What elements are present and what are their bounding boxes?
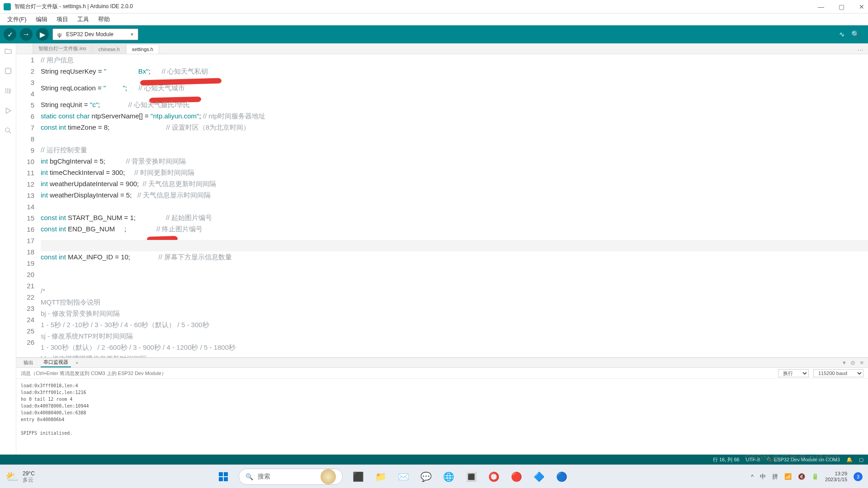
- search-placeholder: 搜索: [258, 473, 270, 481]
- window-minimize-button[interactable]: —: [818, 3, 824, 10]
- line-gutter: 1234567891011121314151617181920212223242…: [16, 54, 41, 357]
- search-icon: 🔍: [245, 473, 253, 480]
- weather-icon: ⛅: [5, 474, 19, 480]
- tabs-more-button[interactable]: ⋯: [857, 47, 863, 54]
- folder-icon[interactable]: [3, 46, 13, 56]
- dell-icon[interactable]: ⭕: [487, 470, 501, 483]
- weather-cond: 多云: [23, 477, 35, 483]
- output-clear-icon[interactable]: ⊘: [850, 359, 855, 366]
- encoding: UTF-8: [746, 457, 760, 462]
- ime-lang[interactable]: 中: [760, 473, 766, 481]
- serial-monitor-icon[interactable]: 🔍: [851, 30, 860, 38]
- board-selector[interactable]: ψ ESP32 Dev Module ▾: [52, 28, 138, 40]
- output-settings-icon[interactable]: ≡: [860, 359, 863, 366]
- volume-icon[interactable]: 🔇: [798, 473, 805, 480]
- tab-chinese-h[interactable]: chinese.h: [93, 44, 126, 54]
- svg-rect-5: [219, 477, 223, 481]
- window-title: 智能台灯一文件版 - settings.h | Arduino IDE 2.0.…: [14, 3, 818, 10]
- debug-icon[interactable]: [3, 106, 13, 116]
- arduino-icon: [4, 3, 11, 10]
- menu-edit[interactable]: 编辑: [31, 14, 52, 24]
- app-icon-2[interactable]: 🔷: [533, 470, 546, 483]
- svg-rect-0: [5, 68, 11, 74]
- board-port: 🔌 ESP32 Dev Module on COM3: [766, 457, 840, 463]
- svg-rect-6: [224, 477, 228, 481]
- menu-bar: 文件(F) 编辑 项目 工具 帮助: [0, 14, 868, 25]
- chevron-down-icon: ▾: [131, 31, 133, 38]
- chrome-icon[interactable]: 🔴: [510, 470, 524, 483]
- window-maximize-button[interactable]: ▢: [839, 3, 844, 10]
- svg-marker-1: [6, 108, 11, 113]
- wifi-icon[interactable]: 📶: [784, 473, 792, 480]
- taskbar-search[interactable]: 🔍 搜索: [239, 469, 343, 485]
- status-bar: 行 16, 列 66 UTF-8 🔌 ESP32 Dev Module on C…: [0, 455, 868, 465]
- weather-temp: 29°C: [23, 470, 35, 477]
- windows-taskbar: ⛅ 29°C 多云 🔍 搜索 ⬛ 📁 ✉️ 💬 🌐 🔳 ⭕ 🔴 🔷 🔵 ^ 中 …: [0, 465, 868, 488]
- start-button[interactable]: [217, 470, 230, 483]
- arduino-app-icon[interactable]: 🔵: [555, 470, 569, 483]
- cursor-position: 行 16, 列 66: [713, 456, 740, 463]
- tray-chevron-icon[interactable]: ^: [751, 473, 754, 480]
- editor-tabs: 智能台灯一文件版.ino chinese.h settings.h ⋯: [16, 43, 868, 54]
- tab-main-ino[interactable]: 智能台灯一文件版.ino: [33, 43, 92, 54]
- tab-settings-h[interactable]: settings.h: [126, 44, 159, 54]
- menu-help[interactable]: 帮助: [94, 14, 114, 24]
- boards-manager-icon[interactable]: [3, 66, 13, 76]
- close-tab-icon[interactable]: ×: [75, 360, 78, 366]
- serial-plotter-icon[interactable]: ∿: [839, 30, 845, 38]
- taskview-icon[interactable]: ⬛: [352, 470, 365, 483]
- output-panel: 输出 串口监视器 × ▾ ⊘ ≡ 换行 115200 baud load:0x3…: [16, 357, 868, 455]
- search-icon[interactable]: [3, 126, 13, 136]
- code-editor[interactable]: 1234567891011121314151617181920212223242…: [16, 54, 868, 357]
- weather-widget[interactable]: ⛅ 29°C 多云: [5, 470, 35, 483]
- app-icon-1[interactable]: 🔳: [465, 470, 478, 483]
- board-name: ESP32 Dev Module: [66, 31, 113, 38]
- search-highlight-icon: [321, 469, 336, 484]
- menu-sketch[interactable]: 项目: [52, 14, 73, 24]
- explorer-icon[interactable]: 📁: [374, 470, 388, 483]
- verify-button[interactable]: ✓: [4, 28, 16, 41]
- output-toggle-icon[interactable]: ▾: [843, 359, 846, 366]
- mail-icon[interactable]: ✉️: [397, 470, 410, 483]
- menu-tools[interactable]: 工具: [73, 14, 94, 24]
- upload-button[interactable]: →: [20, 28, 33, 41]
- notification-count[interactable]: 3: [854, 472, 863, 481]
- code-area[interactable]: // 用户信息String reqUserKey = " Bx"; // 心知天…: [41, 54, 868, 357]
- serial-output: load:0x3fff0018,len:4 load:0x3fff001c,le…: [16, 379, 868, 455]
- system-tray: ^ 中 拼 📶 🔇 🔋 13:29 2023/1/15 3: [751, 471, 863, 483]
- left-sidebar: [0, 43, 16, 455]
- taskbar-clock[interactable]: 13:29 2023/1/15: [825, 471, 847, 483]
- ime-mode[interactable]: 拼: [772, 473, 778, 481]
- edge-icon[interactable]: 🌐: [442, 470, 456, 483]
- close-panel-icon[interactable]: ▢: [859, 457, 863, 463]
- toolbar: ✓ → ▶ ψ ESP32 Dev Module ▾ ∿ 🔍: [0, 25, 868, 43]
- baud-rate-select[interactable]: 115200 baud: [813, 369, 863, 377]
- line-ending-select[interactable]: 换行: [778, 369, 809, 377]
- serial-message-input[interactable]: [21, 371, 774, 376]
- serial-monitor-tab[interactable]: 串口监视器: [41, 358, 71, 367]
- window-close-button[interactable]: ✕: [859, 3, 864, 10]
- wechat-icon[interactable]: 💬: [420, 470, 433, 483]
- svg-rect-4: [224, 472, 228, 476]
- window-titlebar: 智能台灯一文件版 - settings.h | Arduino IDE 2.0.…: [0, 0, 868, 14]
- output-tab[interactable]: 输出: [21, 358, 36, 367]
- svg-rect-3: [219, 472, 223, 476]
- notifications-icon[interactable]: 🔔: [846, 457, 853, 463]
- battery-icon[interactable]: 🔋: [811, 473, 819, 480]
- debug-button[interactable]: ▶: [36, 28, 49, 41]
- usb-icon: ψ: [57, 31, 61, 38]
- library-manager-icon[interactable]: [3, 86, 13, 96]
- svg-point-2: [5, 128, 9, 132]
- menu-file[interactable]: 文件(F): [3, 14, 31, 24]
